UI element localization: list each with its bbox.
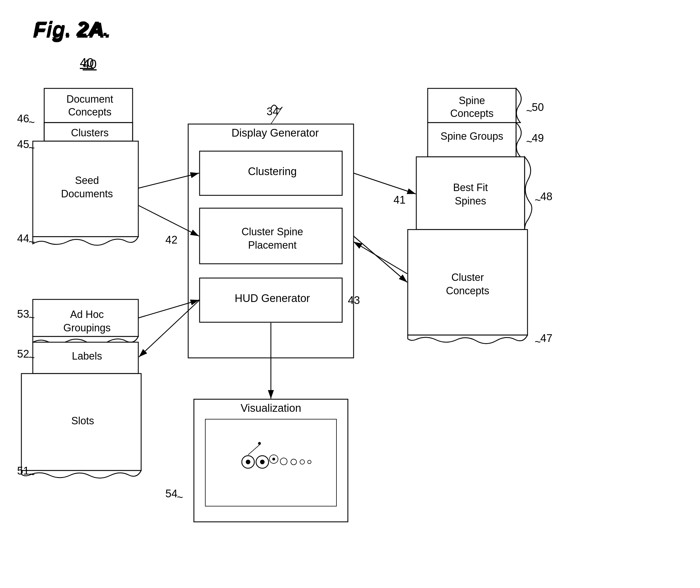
ref-43: 43 (348, 294, 360, 307)
svg-point-27 (291, 459, 297, 465)
svg-rect-19 (205, 419, 336, 506)
cluster-spine-placement-label: Cluster SpinePlacement (202, 225, 342, 252)
svg-line-34 (354, 173, 416, 194)
hud-generator-label: HUD Generator (202, 292, 342, 305)
ref-45: 45 (17, 138, 29, 151)
ref-42: 42 (165, 234, 177, 246)
svg-line-30 (248, 445, 259, 455)
slots-label: Slots (27, 415, 138, 427)
ad-hoc-groupings-label: Ad HocGroupings (38, 308, 135, 335)
svg-line-36 (354, 242, 407, 274)
ref-49: 49 (532, 132, 544, 144)
cluster-concepts-label: ClusterConcepts (412, 271, 523, 298)
svg-point-31 (258, 442, 261, 445)
svg-rect-18 (194, 399, 348, 522)
display-generator-label: Display Generator (194, 127, 356, 139)
labels-label: Labels (38, 350, 135, 362)
svg-point-20 (242, 456, 254, 468)
document-concepts-label: DocumentConcepts (50, 93, 130, 118)
ref-41: 41 (393, 194, 405, 206)
ref-53: 53 (17, 308, 29, 320)
svg-point-23 (260, 460, 265, 464)
svg-point-26 (280, 458, 287, 465)
ref-54: 54 (165, 488, 177, 500)
svg-point-28 (300, 460, 305, 464)
clusters-label: Clusters (50, 127, 130, 139)
spine-groups-label: Spine Groups (431, 130, 513, 142)
spine-concepts-label: SpineConcepts (431, 94, 513, 120)
ref-34: 34 (267, 106, 279, 118)
ref-51: 51 (17, 465, 29, 477)
ref-52: 52 (17, 348, 29, 360)
clustering-label: Clustering (202, 165, 342, 178)
svg-point-22 (256, 456, 269, 468)
fig-title-text: Fig. 2A. (33, 18, 111, 42)
ref-40-label: 40 (80, 56, 94, 70)
ref-44: 44 (17, 232, 29, 245)
seed-documents-label: SeedDocuments (40, 174, 134, 201)
svg-point-24 (269, 455, 278, 463)
svg-line-38 (138, 300, 199, 318)
ref-47: 47 (540, 332, 552, 344)
svg-point-29 (308, 460, 311, 464)
svg-line-33 (138, 205, 199, 236)
best-fit-spines-label: Best FitSpines (419, 181, 522, 208)
ref-50: 50 (532, 101, 544, 113)
svg-point-25 (272, 458, 275, 461)
svg-line-37 (139, 300, 200, 357)
svg-point-21 (246, 460, 250, 464)
ref-48: 48 (540, 190, 552, 203)
svg-line-35 (354, 236, 407, 282)
visualization-label: Visualization (197, 402, 345, 414)
svg-line-32 (138, 173, 199, 188)
ref-46: 46 (17, 113, 29, 125)
diagram (0, 0, 700, 588)
